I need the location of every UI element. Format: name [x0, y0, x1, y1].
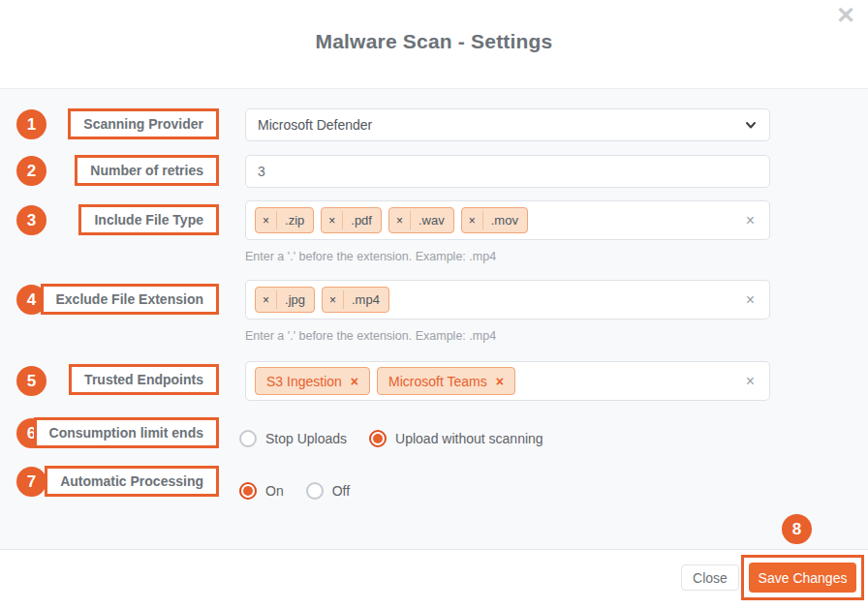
radio-label-stop-uploads[interactable]: Stop Uploads: [265, 431, 347, 446]
tag-label: .pdf: [342, 211, 381, 229]
close-button[interactable]: Close: [681, 564, 739, 591]
tag-label: .wav: [410, 211, 453, 229]
malware-scan-settings-dialog: Malware Scan - Settings ✕ 1 Scanning Pro…: [0, 0, 868, 609]
radio-label-off[interactable]: Off: [332, 483, 350, 499]
radio-upload-without-scanning[interactable]: [369, 430, 387, 447]
label-consumption-limit-ends: Consumption limit ends: [34, 417, 219, 448]
save-changes-button[interactable]: Save Changes: [749, 563, 856, 593]
trusted-endpoints-input[interactable]: S3 Ingestion × Microsoft Teams × ×: [245, 361, 770, 401]
radio-label-upload-without-scanning[interactable]: Upload without scanning: [395, 431, 543, 446]
tag-mov: × .mov: [461, 207, 528, 233]
exclude-file-extension-helper: Enter a '.' before the extension. Exampl…: [245, 329, 496, 343]
page-title: Malware Scan - Settings: [0, 30, 868, 53]
tag-remove-icon[interactable]: ×: [256, 214, 276, 228]
clear-all-icon[interactable]: ×: [746, 373, 760, 390]
radio-label-on[interactable]: On: [265, 483, 284, 499]
label-include-file-type: Include File Type: [78, 204, 219, 235]
label-trusted-endpoints: Trusted Endpoints: [69, 364, 219, 395]
number-of-retries-input[interactable]: 3: [245, 155, 770, 188]
tag-jpg: × .jpg: [255, 287, 315, 313]
save-changes-annotation: Save Changes: [741, 555, 864, 600]
step-badge-2: 2: [16, 156, 46, 186]
tag-label: S3 Ingestion: [266, 374, 342, 389]
tag-label: .zip: [276, 211, 313, 229]
tag-label: .mp4: [343, 290, 388, 309]
label-scanning-provider: Scanning Provider: [68, 108, 219, 139]
tag-remove-icon[interactable]: ×: [351, 374, 358, 389]
label-automatic-processing: Automatic Processing: [45, 466, 219, 497]
chevron-down-icon: [744, 118, 758, 132]
number-of-retries-value: 3: [258, 164, 265, 179]
label-exclude-file-extension: Exclude File Extension: [41, 284, 220, 315]
tag-pdf: × .pdf: [321, 207, 382, 233]
radio-off[interactable]: [306, 482, 324, 500]
tag-mp4: × .mp4: [322, 287, 389, 313]
step-badge-5: 5: [16, 366, 46, 396]
radio-stop-uploads[interactable]: [239, 430, 257, 447]
include-file-type-input[interactable]: × .zip × .pdf × .wav × .mov ×: [245, 200, 770, 240]
scanning-provider-select[interactable]: Microsoft Defender: [245, 108, 770, 141]
tag-microsoft-teams: Microsoft Teams ×: [377, 367, 515, 395]
tag-remove-icon[interactable]: ×: [462, 214, 482, 228]
step-badge-7: 7: [16, 467, 46, 497]
tag-remove-icon[interactable]: ×: [323, 293, 343, 307]
scanning-provider-value: Microsoft Defender: [258, 117, 372, 133]
tag-s3-ingestion: S3 Ingestion ×: [255, 367, 370, 395]
tag-remove-icon[interactable]: ×: [256, 293, 276, 307]
tag-remove-icon[interactable]: ×: [496, 374, 504, 389]
clear-all-icon[interactable]: ×: [746, 212, 760, 229]
consumption-limit-radio-group: Stop Uploads Upload without scanning: [239, 424, 543, 453]
tag-label: .jpg: [276, 290, 314, 309]
tag-remove-icon[interactable]: ×: [389, 214, 410, 228]
label-number-of-retries: Number of retries: [75, 155, 219, 186]
step-badge-3: 3: [16, 205, 46, 235]
tag-label: Microsoft Teams: [388, 374, 487, 389]
radio-on[interactable]: [239, 482, 257, 500]
step-badge-1: 1: [16, 109, 46, 139]
step-badge-8: 8: [782, 514, 812, 544]
tag-label: .mov: [482, 211, 527, 229]
tag-zip: × .zip: [255, 207, 314, 233]
close-icon[interactable]: ✕: [836, 2, 855, 30]
tag-remove-icon[interactable]: ×: [322, 214, 342, 228]
include-file-type-helper: Enter a '.' before the extension. Exampl…: [245, 250, 496, 263]
tag-wav: × .wav: [388, 207, 454, 233]
exclude-file-extension-input[interactable]: × .jpg × .mp4 ×: [245, 280, 770, 320]
clear-all-icon[interactable]: ×: [746, 291, 760, 309]
automatic-processing-radio-group: On Off: [239, 476, 350, 505]
